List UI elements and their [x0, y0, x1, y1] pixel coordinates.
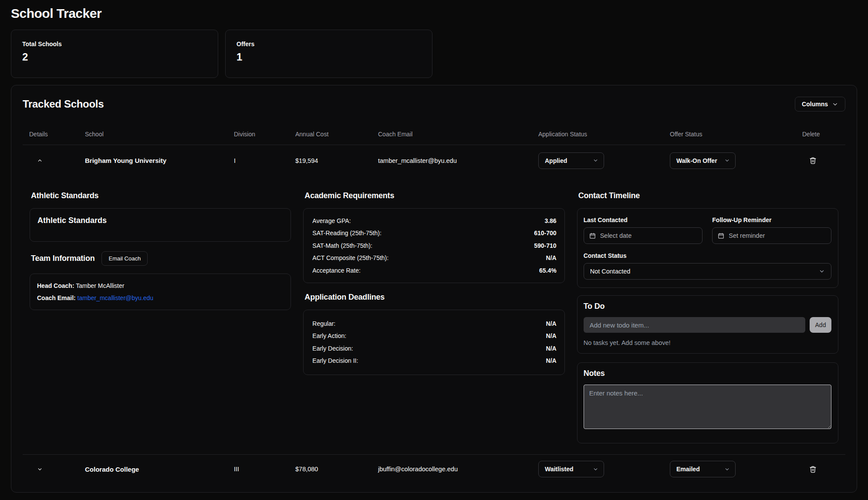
stat-label: Total Schools [22, 41, 207, 47]
table-header-row: Details School Division Annual Cost Coac… [23, 131, 845, 145]
todo-empty-message: No tasks yet. Add some above! [584, 339, 831, 346]
academic-requirements-heading: Academic Requirements [304, 191, 564, 200]
application-deadlines-card: Regular:N/A Early Action:N/A Early Decis… [303, 310, 564, 375]
col-header-coach-email: Coach Email [372, 131, 532, 138]
contact-status-select[interactable]: Not Contacted [584, 263, 831, 280]
col-header-school: School [78, 131, 227, 138]
offer-status-value: Emailed [676, 466, 700, 473]
todo-heading: To Do [584, 302, 831, 311]
team-information-heading: Team Information [31, 254, 95, 263]
expanded-row-detail: Athletic Standards Athletic Standards Te… [23, 176, 845, 454]
chevron-down-icon [819, 268, 825, 274]
deadline-row: Early Decision:N/A [312, 342, 556, 355]
stat-label: Offers [236, 41, 421, 47]
chevron-down-icon [724, 158, 730, 163]
reminder-picker-placeholder: Set reminder [729, 232, 765, 239]
chevron-down-icon [593, 158, 598, 163]
trash-icon [809, 466, 817, 473]
school-name-cell: Colorado College [78, 466, 227, 473]
last-contacted-date-picker[interactable]: Select date [584, 227, 703, 244]
delete-row-button[interactable] [807, 155, 818, 166]
stat-row: SAT-Math (25th-75th):590-710 [312, 240, 556, 252]
contact-timeline-card: Last Contacted Select date Follow-Up Rem… [577, 208, 838, 288]
team-information-card: Head Coach: Tamber McAllister Coach Emai… [30, 274, 291, 310]
chevron-up-icon [37, 158, 43, 163]
last-contacted-label: Last Contacted [584, 216, 703, 223]
coach-email-label: Coach Email: [37, 294, 76, 301]
stat-value: 3.86 [544, 215, 556, 227]
notes-textarea[interactable] [584, 385, 831, 429]
chevron-down-icon [593, 466, 598, 472]
calendar-icon [718, 233, 724, 239]
coach-email-cell: tamber_mcallister@byu.edu [372, 157, 532, 164]
col-header-delete: Delete [796, 131, 845, 138]
email-coach-button[interactable]: Email Coach [101, 251, 148, 266]
columns-button-label: Columns [802, 101, 828, 108]
team-information-header: Team Information Email Coach [30, 251, 291, 266]
col-header-division: Division [227, 131, 289, 138]
academic-requirements-card: Average GPA:3.86 SAT-Reading (25th-75th)… [303, 208, 564, 283]
athletic-standards-card: Athletic Standards [30, 208, 291, 242]
calendar-icon [589, 233, 596, 239]
athletic-standards-card-title: Athletic Standards [37, 216, 283, 225]
deadline-label: Early Decision II: [312, 355, 358, 367]
follow-up-reminder-picker[interactable]: Set reminder [712, 227, 831, 244]
contact-status-value: Not Contacted [590, 268, 631, 275]
stat-label: Average GPA: [312, 215, 351, 227]
stat-label: Acceptance Rate: [312, 264, 361, 277]
collapse-row-button[interactable] [35, 156, 44, 165]
notes-card: Notes [577, 362, 838, 443]
follow-up-field: Follow-Up Reminder Set reminder [712, 216, 831, 244]
panel-title: Tracked Schools [23, 98, 104, 110]
expand-row-button[interactable] [35, 465, 44, 474]
athletic-standards-heading: Athletic Standards [31, 191, 291, 200]
col-header-offer-status: Offer Status [663, 131, 796, 138]
stat-value: 2 [22, 51, 207, 63]
deadline-label: Early Action: [312, 330, 346, 342]
head-coach-value: Tamber McAllister [76, 282, 124, 289]
detail-column-athletics: Athletic Standards Athletic Standards Te… [30, 191, 291, 443]
deadline-value: N/A [546, 355, 557, 367]
chevron-down-icon [37, 466, 43, 472]
trash-icon [809, 157, 817, 164]
application-deadlines-heading: Application Deadlines [304, 293, 564, 302]
offer-status-select[interactable]: Walk-On Offer [670, 152, 736, 169]
stat-value: 65.4% [539, 264, 557, 277]
detail-column-contact: Contact Timeline Last Contacted Select d… [577, 191, 838, 443]
table-row: Colorado College III $78,080 jbuffin@col… [23, 454, 845, 483]
head-coach-label: Head Coach: [37, 282, 74, 289]
deadline-value: N/A [546, 318, 557, 330]
delete-row-button[interactable] [807, 464, 818, 475]
stat-row: Acceptance Rate:65.4% [312, 264, 556, 277]
detail-column-academics: Academic Requirements Average GPA:3.86 S… [303, 191, 564, 443]
application-status-value: Applied [545, 157, 567, 164]
stats-row: Total Schools 2 Offers 1 [11, 30, 857, 78]
application-status-select[interactable]: Waitlisted [538, 461, 604, 477]
head-coach-line: Head Coach: Tamber McAllister [37, 280, 284, 292]
application-status-select[interactable]: Applied [538, 152, 604, 169]
contact-status-label: Contact Status [584, 252, 831, 259]
notes-heading: Notes [584, 369, 831, 378]
offer-status-value: Walk-On Offer [676, 157, 717, 164]
page-title: School Tracker [11, 6, 857, 21]
coach-email-cell: jbuffin@coloradocollege.edu [372, 466, 532, 473]
tracked-schools-panel: Tracked Schools Columns Details School D… [11, 85, 857, 493]
offer-status-select[interactable]: Emailed [670, 461, 736, 477]
panel-header: Tracked Schools Columns [23, 97, 845, 111]
stat-value: 590-710 [534, 240, 556, 252]
school-name-cell: Brigham Young University [78, 157, 227, 164]
deadline-row: Early Action:N/A [312, 330, 556, 342]
school-tracker-page: School Tracker Total Schools 2 Offers 1 … [0, 0, 868, 500]
add-todo-button[interactable]: Add [810, 317, 831, 333]
todo-input[interactable] [584, 317, 805, 333]
chevron-down-icon [724, 466, 730, 472]
todo-card: To Do Add No tasks yet. Add some above! [577, 295, 838, 354]
columns-button[interactable]: Columns [795, 97, 845, 111]
chevron-down-icon [832, 101, 838, 108]
todo-input-row: Add [584, 317, 831, 333]
stat-label: SAT-Math (25th-75th): [312, 240, 372, 252]
contact-timeline-heading: Contact Timeline [578, 191, 838, 200]
application-status-value: Waitlisted [545, 466, 574, 473]
deadline-label: Early Decision: [312, 342, 353, 355]
coach-email-link[interactable]: tamber_mcallister@byu.edu [78, 294, 154, 301]
